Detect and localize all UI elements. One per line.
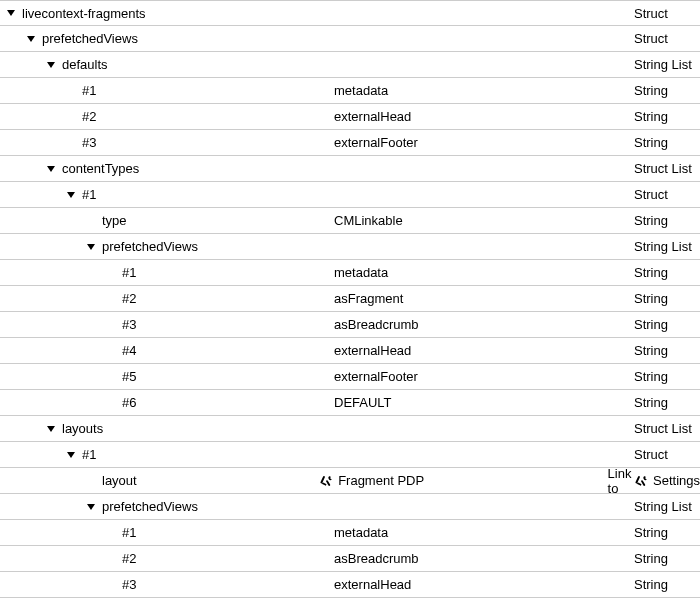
svg-marker-5	[87, 244, 95, 250]
property-name: layout	[102, 473, 137, 488]
tree-row[interactable]: layoutsStruct List	[0, 416, 700, 442]
type-cell: Struct List	[634, 161, 700, 176]
property-type: Struct List	[634, 421, 692, 436]
type-cell: Struct	[634, 187, 700, 202]
tree-row[interactable]: #3asBreadcrumbString	[0, 312, 700, 338]
name-cell: #1	[4, 525, 334, 540]
property-type: String List	[634, 57, 692, 72]
tree-row[interactable]: prefetchedViewsString List	[0, 494, 700, 520]
tree-row[interactable]: typeCMLinkableString	[0, 208, 700, 234]
name-cell: type	[4, 213, 334, 228]
tree-row[interactable]: #4externalHeadString	[0, 338, 700, 364]
property-type: Struct	[634, 447, 668, 462]
chevron-down-icon[interactable]	[84, 240, 98, 254]
property-value: Fragment PDP	[338, 473, 424, 488]
name-cell: #3	[4, 317, 334, 332]
property-name: #3	[82, 135, 96, 150]
property-type: String	[634, 265, 668, 280]
tree-row[interactable]: #2asBreadcrumbString	[0, 546, 700, 572]
type-cell: String	[634, 317, 700, 332]
type-cell: String	[634, 369, 700, 384]
tree-row[interactable]: contentTypesStruct List	[0, 156, 700, 182]
property-name: #1	[82, 447, 96, 462]
tree-row[interactable]: #1metadataString	[0, 78, 700, 104]
type-cell: Struct	[634, 447, 700, 462]
name-cell: layouts	[4, 421, 334, 436]
property-name: #3	[122, 577, 136, 592]
struct-tree: livecontext-fragmentsStructprefetchedVie…	[0, 0, 700, 599]
property-type: String	[634, 213, 668, 228]
name-cell: #2	[4, 551, 334, 566]
tree-row[interactable]: prefetchedViewsStruct	[0, 26, 700, 52]
property-name: livecontext-fragments	[22, 6, 146, 21]
value-cell: Fragment PDP	[320, 473, 607, 488]
property-value: externalHead	[334, 343, 411, 358]
type-cell: String	[634, 577, 700, 592]
chevron-down-icon[interactable]	[44, 422, 58, 436]
property-value: CMLinkable	[334, 213, 403, 228]
property-type: String	[634, 291, 668, 306]
value-cell: CMLinkable	[334, 213, 634, 228]
property-type: Struct	[634, 31, 668, 46]
tree-row[interactable]: #1Struct	[0, 182, 700, 208]
property-name: layouts	[62, 421, 103, 436]
tree-row[interactable]: #2externalHeadString	[0, 104, 700, 130]
tree-row[interactable]: layout Fragment PDPLink to Settings	[0, 468, 700, 494]
name-cell: #5	[4, 369, 334, 384]
property-name: contentTypes	[62, 161, 139, 176]
value-cell: asBreadcrumb	[334, 317, 634, 332]
value-cell: asFragment	[334, 291, 634, 306]
property-type: String	[634, 551, 668, 566]
chevron-down-icon[interactable]	[64, 448, 78, 462]
name-cell: #1	[4, 187, 334, 202]
property-type: Struct	[634, 187, 668, 202]
property-name: #6	[122, 395, 136, 410]
property-value: asBreadcrumb	[334, 551, 419, 566]
property-name: #1	[82, 187, 96, 202]
svg-marker-1	[27, 36, 35, 42]
property-type: String	[634, 395, 668, 410]
tree-row[interactable]: defaultsString List	[0, 52, 700, 78]
name-cell: defaults	[4, 57, 334, 72]
name-cell: contentTypes	[4, 161, 334, 176]
tree-row[interactable]: livecontext-fragmentsStruct	[0, 0, 700, 26]
tree-row[interactable]: #1Struct	[0, 442, 700, 468]
type-cell: String	[634, 83, 700, 98]
property-name: prefetchedViews	[102, 499, 198, 514]
property-name: defaults	[62, 57, 108, 72]
chevron-down-icon[interactable]	[44, 58, 58, 72]
chevron-down-icon[interactable]	[44, 162, 58, 176]
value-cell: externalFooter	[334, 135, 634, 150]
tree-row[interactable]: #3externalHeadString	[0, 572, 700, 598]
property-type: Struct	[634, 6, 668, 21]
tree-row[interactable]: #6DEFAULTString	[0, 390, 700, 416]
property-name: type	[102, 213, 127, 228]
value-cell: externalHead	[334, 109, 634, 124]
chevron-down-icon[interactable]	[64, 188, 78, 202]
svg-marker-3	[47, 166, 55, 172]
svg-marker-2	[47, 62, 55, 68]
property-type: String	[634, 525, 668, 540]
property-name: #2	[122, 551, 136, 566]
tree-row[interactable]: #5externalFooterString	[0, 364, 700, 390]
property-type: String	[634, 577, 668, 592]
type-cell: String List	[634, 57, 700, 72]
property-type-suffix: Settings	[653, 473, 700, 488]
value-cell: DEFAULT	[334, 395, 634, 410]
tree-row[interactable]: #2asFragmentString	[0, 286, 700, 312]
property-name: prefetchedViews	[102, 239, 198, 254]
tree-row[interactable]: prefetchedViewsString List	[0, 234, 700, 260]
tree-row[interactable]: #1metadataString	[0, 260, 700, 286]
property-value: DEFAULT	[334, 395, 392, 410]
type-cell: String	[634, 109, 700, 124]
type-cell: String List	[634, 499, 700, 514]
tree-row[interactable]: #3externalFooterString	[0, 130, 700, 156]
chevron-down-icon[interactable]	[4, 6, 18, 20]
tree-row[interactable]: #1metadataString	[0, 520, 700, 546]
property-type: String List	[634, 239, 692, 254]
chevron-down-icon[interactable]	[24, 32, 38, 46]
property-value: externalFooter	[334, 135, 418, 150]
svg-rect-9	[322, 482, 327, 485]
svg-rect-10	[326, 479, 331, 485]
chevron-down-icon[interactable]	[84, 500, 98, 514]
